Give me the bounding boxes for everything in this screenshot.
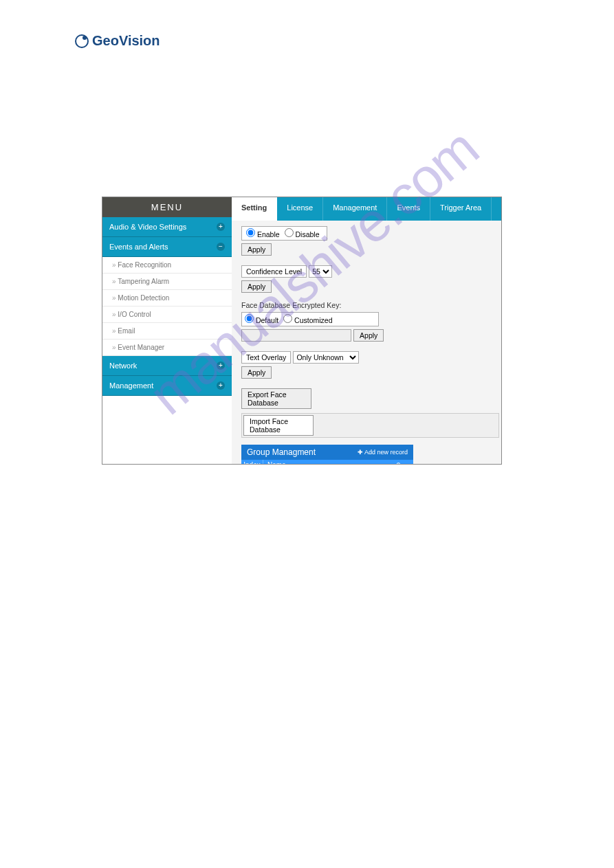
tab-bar: Setting License Management Events Trigge… xyxy=(232,197,501,221)
export-face-db-button[interactable]: Export Face Database xyxy=(241,388,311,409)
group-management-panel: Group Managment ✚ Add new record Index N… xyxy=(241,445,413,465)
apply-text-overlay-button[interactable]: Apply xyxy=(241,366,272,379)
sidebar-item-event-manager[interactable]: Event Manager xyxy=(102,340,232,356)
encrypt-key-input[interactable] xyxy=(241,329,351,342)
sidebar-item-motion-detection[interactable]: Motion Detection xyxy=(102,290,232,307)
encrypt-key-label: Face Database Encrypted Key: xyxy=(241,301,492,309)
apply-confidence-button[interactable]: Apply xyxy=(241,280,272,293)
tab-management[interactable]: Management xyxy=(323,197,387,221)
group-header-index: Index xyxy=(241,460,263,465)
import-face-db-button[interactable]: Import Face Database xyxy=(243,415,314,436)
sidebar-section-audio-video[interactable]: Audio & Video Settings + xyxy=(102,217,232,237)
tab-events[interactable]: Events xyxy=(387,197,430,221)
text-overlay-label: Text Overlay xyxy=(241,351,291,364)
add-new-record-button[interactable]: ✚ Add new record xyxy=(358,449,408,456)
refresh-icon[interactable]: ⟳ xyxy=(396,461,402,465)
group-management-title: Group Managment xyxy=(247,447,316,457)
geovision-logo: GeoVision xyxy=(74,33,160,49)
plus-icon: + xyxy=(217,361,225,370)
group-table-header: Index Name ⟳ xyxy=(241,460,413,465)
sidebar: MENU Audio & Video Settings + Events and… xyxy=(102,197,232,464)
enable-disable-group: Enable Disable xyxy=(241,226,327,241)
encrypt-custom-label: Customized xyxy=(294,316,332,324)
tab-setting[interactable]: Setting xyxy=(232,197,277,221)
sidebar-section-events-alerts[interactable]: Events and Alerts − xyxy=(102,237,232,257)
apply-encrypt-button[interactable]: Apply xyxy=(353,329,384,342)
sidebar-item-email[interactable]: Email xyxy=(102,323,232,340)
import-bar: Import Face Database xyxy=(241,413,499,438)
text-overlay-select[interactable]: Only Unknown xyxy=(293,351,359,364)
disable-radio[interactable] xyxy=(285,228,294,237)
enable-radio[interactable] xyxy=(246,228,255,237)
minus-icon: − xyxy=(217,243,225,251)
plus-icon: + xyxy=(217,381,225,390)
group-header-actions: ⟳ xyxy=(384,460,413,465)
sidebar-section-management[interactable]: Management + xyxy=(102,376,232,396)
encrypt-key-mode-group: Default Customized xyxy=(241,312,379,326)
sidebar-section-label: Audio & Video Settings xyxy=(109,223,186,231)
sidebar-item-tampering-alarm[interactable]: Tampering Alarm xyxy=(102,274,232,290)
svg-point-1 xyxy=(83,36,87,40)
confidence-level-label: Confidence Level xyxy=(241,265,307,278)
confidence-level-select[interactable]: 55 xyxy=(309,265,332,278)
encrypt-custom-radio[interactable] xyxy=(283,314,292,323)
settings-content: Enable Disable Apply Confidence Level 55… xyxy=(232,221,501,465)
plus-icon: ✚ xyxy=(358,449,363,456)
sidebar-section-label: Management xyxy=(109,381,153,390)
tab-trigger-area[interactable]: Trigger Area xyxy=(430,197,492,221)
menu-header: MENU xyxy=(102,197,232,217)
sidebar-section-label: Network xyxy=(109,361,137,370)
globe-icon xyxy=(74,34,89,49)
enable-label: Enable xyxy=(257,230,280,238)
sidebar-section-label: Events and Alerts xyxy=(109,243,168,251)
add-new-record-label: Add new record xyxy=(364,449,408,456)
apply-enable-button[interactable]: Apply xyxy=(241,243,272,256)
encrypt-default-label: Default xyxy=(256,316,278,324)
disable-label: Disable xyxy=(295,230,319,238)
group-header-name: Name xyxy=(263,460,384,465)
sidebar-section-network[interactable]: Network + xyxy=(102,356,232,376)
sidebar-item-io-control[interactable]: I/O Control xyxy=(102,307,232,323)
encrypt-default-radio[interactable] xyxy=(245,314,254,323)
sidebar-item-face-recognition[interactable]: Face Recognition xyxy=(102,257,232,274)
plus-icon: + xyxy=(217,223,225,231)
main-panel: Setting License Management Events Trigge… xyxy=(232,197,501,464)
logo-text: GeoVision xyxy=(92,33,160,49)
tab-license[interactable]: License xyxy=(277,197,323,221)
app-frame: MENU Audio & Video Settings + Events and… xyxy=(102,197,502,465)
